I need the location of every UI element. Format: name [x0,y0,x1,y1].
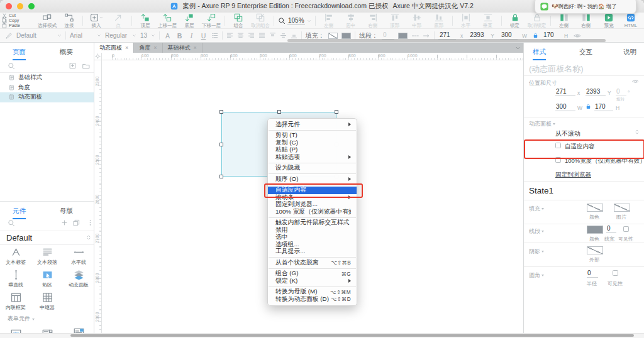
toolbar-move-up-layer-button[interactable]: 上移一层 [157,13,178,29]
doc-tab-angle[interactable]: 角度× [134,43,162,53]
font-color-button[interactable]: A [164,32,172,40]
visibility-eye-icon[interactable] [574,32,581,40]
library-stepper-icon[interactable] [86,234,92,241]
close-tab-icon[interactable]: × [153,45,157,51]
toolbar-send-to-back-button[interactable]: 底层 [179,13,200,29]
widget-library-dropdown[interactable]: Default [6,233,32,243]
full-width-checkbox[interactable] [555,157,561,163]
toolbar-ungroup-button[interactable]: 取消组合 [250,13,271,29]
fill-image-swatch[interactable] [614,204,630,212]
scroll-mode-dropdown[interactable]: 从不滚动 [555,129,580,138]
toolbar-bring-to-front-button[interactable]: 顶层 [135,13,156,29]
search-icon[interactable] [8,219,15,227]
menu-item-break-away[interactable]: 从首个状态脱离⌥⇧⌘B [268,259,357,267]
menu-item-paste-options[interactable]: 粘贴选项 [268,154,357,161]
toolbar-left-panel-toggle-button[interactable]: 左侧 [553,13,575,29]
state-title[interactable]: State1 [529,186,553,195]
rotate-input[interactable]: 0 [616,88,626,96]
font-size-dropdown[interactable]: 13 [140,32,155,39]
tab-widgets[interactable]: 元件 [13,207,26,215]
selection-handle[interactable] [219,143,223,146]
toolbar-html-button[interactable]: HTML [620,13,641,29]
widget-text-label[interactable]: 文本标签 [0,246,31,268]
tab-interactions[interactable]: 交互 [579,48,592,57]
y-input[interactable]: 2393 [586,88,606,96]
arrow-style-dropdown[interactable] [423,32,430,40]
search-icon[interactable] [8,62,15,70]
more-options-icon[interactable] [87,219,94,226]
menu-item-select-widget[interactable]: 选择元件 [268,121,357,129]
aspect-lock-icon[interactable] [533,33,538,38]
page-item-base-style[interactable]: 基础样式 [0,73,94,83]
toolbar-connect-button[interactable]: 连接 [58,13,80,29]
copy-button[interactable]: Copy [2,18,35,23]
italic-button[interactable]: I [187,32,196,39]
toolbar-distribute-horizontal-button[interactable]: 水平 [455,13,477,29]
widget-vertical-line[interactable]: 垂直线 [0,268,31,291]
height-input[interactable]: 170 [594,103,613,111]
aspect-lock-icon[interactable] [586,104,591,109]
widget-text-paragraph[interactable]: 文本段落 [31,246,63,268]
toolbar-insert-button[interactable]: 插入 [86,13,107,29]
toolbar-unlock-button[interactable]: 取消锁定 [526,13,548,29]
toolbar-group-button[interactable]: 组合 [228,13,249,29]
line-width-input[interactable]: 0 [606,225,616,233]
menu-item-lock[interactable]: 锁定 (K) [268,278,357,285]
selection-handle[interactable] [335,110,338,114]
tab-pages[interactable]: 页面 [13,48,26,57]
underline-button[interactable]: U [199,32,208,40]
close-tab-icon[interactable]: × [194,45,197,51]
toolbar-align-right-button[interactable]: 右侧 [362,13,384,29]
menu-item-full-width[interactable]: 100% 宽度（仅浏览器中有效） [268,209,357,216]
widget-inline-frame[interactable]: 内联框架 [0,291,31,313]
cut-button[interactable]: Cut [2,13,35,18]
font-family-dropdown[interactable]: Arial [70,32,101,39]
line-visibility-checkbox[interactable] [623,226,629,232]
doc-tab-base-style[interactable]: 基础样式× [163,43,203,53]
x-input[interactable]: 271 [555,88,575,96]
page-item-dynamic-panel[interactable]: 动态面板 [0,92,94,102]
fill-color-swatch[interactable] [328,33,338,39]
close-window-button[interactable] [6,3,12,9]
line-color-swatch[interactable] [398,33,408,39]
selection-handle[interactable] [277,110,281,114]
menu-item-set-hidden[interactable]: 设为隐藏 [268,165,357,172]
width-input[interactable]: 300 [555,103,575,111]
shadow-outer-swatch[interactable] [587,246,603,254]
corner-visibility-checkbox[interactable] [613,270,618,276]
font-weight-dropdown[interactable]: Regular [105,32,136,39]
panel-name-input[interactable]: (动态面板名称) [529,63,584,75]
notification-banner[interactable]: 🐶啊西好: 啊~ 我的🏠 塌了 [535,0,636,14]
toolbar-move-down-layer-button[interactable]: 下移一层 [201,13,222,29]
scroll-stepper-icon[interactable] [634,129,640,135]
selection-handle[interactable] [219,175,223,178]
toolbar-preview-button[interactable]: 预览 [598,13,619,29]
corner-radius-input[interactable]: 0 [587,270,598,278]
bullet-list-button[interactable] [211,32,218,39]
menu-item-order[interactable]: 顺序 (O) [268,176,357,183]
scrollbar-thumb[interactable] [70,334,634,337]
widget-hot-area[interactable]: 热区 [31,268,63,291]
toolbar-align-middle-button[interactable]: 中部 [406,13,428,29]
minimize-window-button[interactable] [17,3,23,9]
toolbar-distribute-vertical-button[interactable]: 垂直 [477,13,499,29]
bold-button[interactable]: B [175,32,184,40]
library-stack-icon[interactable] [73,219,80,226]
add-folder-icon[interactable] [82,62,90,70]
pin-to-browser-link[interactable]: 固定到浏览器 [555,171,591,179]
visibility-eye-icon[interactable] [632,78,639,85]
fit-to-content-checkbox[interactable] [555,143,561,148]
line-color-swatch[interactable] [587,226,603,234]
widget-dynamic-panel[interactable]: 动态面板 [63,268,94,291]
vertical-align-middle-button[interactable] [280,32,287,39]
vertical-align-top-button[interactable] [269,32,276,39]
toolbar-zoom-button[interactable]: 105% [277,13,313,29]
toolbar-align-bottom-button[interactable]: 底部 [428,13,450,29]
widget-repeater[interactable]: 中继器 [31,291,63,313]
close-tab-icon[interactable]: × [125,45,128,51]
add-library-icon[interactable] [61,219,68,226]
zoom-level-value[interactable]: 105% [287,17,305,25]
page-item-angle[interactable]: 角度 [0,83,94,93]
vertical-align-bottom-button[interactable] [291,32,297,39]
ruler-origin-icon[interactable] [94,53,102,60]
